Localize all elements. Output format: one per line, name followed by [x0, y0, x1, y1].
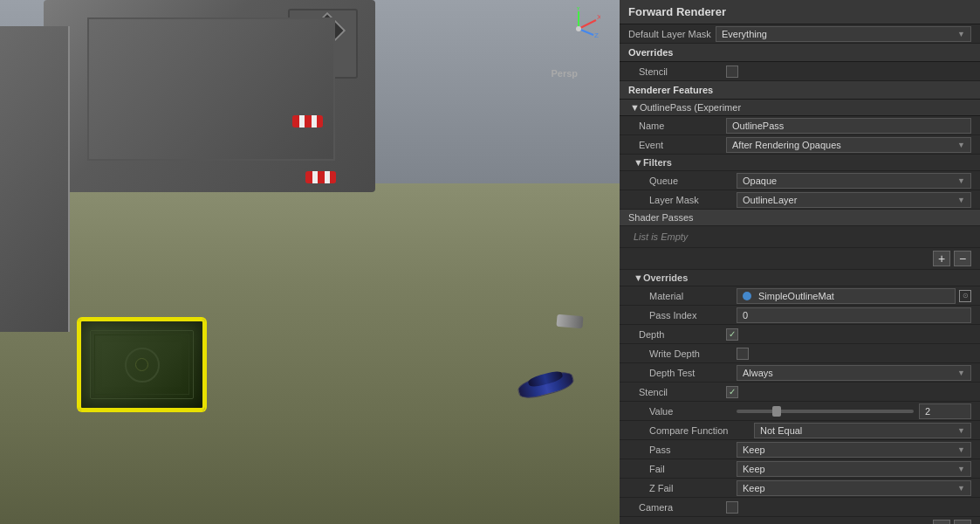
stencil-overrides-label: Stencil — [639, 387, 726, 397]
perspective-label: Persp — [551, 68, 578, 79]
filters-collapse-icon: ▼ — [634, 157, 643, 168]
remove-feature-button[interactable]: − — [954, 520, 971, 524]
value-slider-container: 2 — [737, 403, 971, 419]
layer-mask-dropdown[interactable]: OutlineLayer ▼ — [737, 192, 971, 208]
flashlight-object — [556, 314, 583, 329]
chevron-down-icon-pass: ▼ — [957, 445, 965, 454]
event-dropdown[interactable]: After Rendering Opaques ▼ — [726, 137, 971, 153]
chevron-down-icon-queue: ▼ — [957, 176, 965, 185]
external-link-icon[interactable]: ⊙ — [959, 290, 971, 302]
svg-line-0 — [579, 20, 596, 29]
renderer-features-label: Renderer Features — [620, 81, 980, 100]
chevron-down-icon-layer: ▼ — [957, 196, 965, 204]
value-row: Value 2 — [620, 402, 980, 421]
svg-point-6 — [576, 26, 581, 31]
chevron-down-icon-zfail: ▼ — [957, 484, 965, 493]
outline-pass-header[interactable]: ▼ OutlinePass (Experimer — [620, 100, 980, 116]
camera-checkbox[interactable] — [726, 501, 738, 514]
compare-function-row: Compare Function Not Equal ▼ — [620, 421, 980, 440]
depth-label: Depth — [639, 329, 726, 340]
compare-function-label: Compare Function — [649, 425, 754, 436]
svg-text:Z: Z — [594, 31, 599, 39]
stencil-overrides-row: Stencil — [620, 383, 980, 402]
write-depth-checkbox[interactable] — [737, 348, 749, 360]
material-row: Material SimpleOutlineMat ⊙ — [620, 286, 980, 306]
fail-row: Fail Keep ▼ — [620, 459, 980, 479]
left-pillar — [0, 26, 70, 332]
filters-header[interactable]: ▼ Filters — [620, 155, 980, 171]
pass-index-row: Pass Index 0 — [620, 306, 980, 325]
shader-passes-buttons: + − — [620, 248, 980, 270]
write-depth-label: Write Depth — [649, 348, 737, 359]
pass-index-value[interactable]: 0 — [737, 307, 971, 323]
queue-label: Queue — [649, 176, 737, 186]
event-label: Event — [639, 140, 726, 150]
add-feature-button[interactable]: + — [933, 520, 950, 524]
depth-test-row: Depth Test Always ▼ — [620, 363, 980, 383]
queue-dropdown[interactable]: Opaque ▼ — [737, 173, 971, 189]
chevron-down-icon: ▼ — [957, 30, 965, 38]
z-fail-row: Z Fail Keep ▼ — [620, 479, 980, 498]
depth-checkbox[interactable] — [726, 328, 738, 341]
viewport[interactable]: ⚠ Persp X — [0, 0, 620, 524]
overrides-section-label: Overrides — [620, 44, 980, 62]
chevron-down-icon-compare: ▼ — [957, 426, 965, 435]
name-value[interactable]: OutlinePass — [726, 118, 971, 134]
fail-dropdown[interactable]: Keep ▼ — [737, 461, 971, 477]
value-label: Value — [649, 406, 737, 417]
shader-passes-header: Shader Passes — [620, 210, 980, 226]
name-row: Name OutlinePass — [620, 116, 980, 135]
barrier-1 — [292, 115, 323, 128]
depth-test-dropdown[interactable]: Always ▼ — [737, 365, 971, 381]
remove-shader-pass-button[interactable]: − — [954, 251, 971, 266]
layer-mask-label: Layer Mask — [649, 195, 737, 205]
svg-text:Y: Y — [576, 7, 581, 12]
panel-header: Forward Renderer — [620, 0, 980, 24]
collapse-arrow-icon: ▼ — [630, 102, 640, 113]
default-layer-mask-dropdown[interactable]: Everything ▼ — [716, 26, 971, 42]
value-number-input[interactable]: 2 — [919, 403, 971, 419]
slider-thumb[interactable] — [772, 406, 781, 417]
pass-label: Pass — [649, 445, 737, 455]
material-label: Material — [649, 291, 737, 301]
camera-row: Camera — [620, 498, 980, 517]
inspector-panel: Forward Renderer Default Layer Mask Ever… — [620, 0, 980, 524]
gizmo[interactable]: X Y Z — [557, 7, 600, 51]
event-row: Event After Rendering Opaques ▼ — [620, 135, 980, 155]
material-dot-icon — [743, 292, 751, 300]
bottom-add-remove-row: + − — [620, 517, 980, 524]
empty-list-label: List is Empty — [620, 226, 980, 248]
svg-text:X: X — [597, 13, 600, 21]
queue-row: Queue Opaque ▼ — [620, 171, 980, 190]
camera-label: Camera — [639, 502, 726, 513]
layer-mask-row: Layer Mask OutlineLayer ▼ — [620, 190, 980, 210]
stencil-row: Stencil — [620, 62, 980, 81]
value-slider[interactable] — [737, 410, 914, 413]
stencil-overrides-checkbox[interactable] — [726, 386, 738, 398]
overrides-collapse-icon: ▼ — [634, 272, 643, 283]
z-fail-label: Z Fail — [649, 483, 737, 493]
default-layer-mask-label: Default Layer Mask — [628, 29, 716, 39]
default-layer-mask-row: Default Layer Mask Everything ▼ — [620, 24, 980, 44]
material-value-box[interactable]: SimpleOutlineMat — [737, 288, 956, 304]
z-fail-dropdown[interactable]: Keep ▼ — [737, 480, 971, 496]
name-label: Name — [639, 121, 726, 131]
pass-index-label: Pass Index — [649, 310, 737, 321]
crate-object — [79, 319, 205, 410]
panel-title: Forward Renderer — [628, 5, 971, 18]
compare-function-dropdown[interactable]: Not Equal ▼ — [754, 423, 971, 438]
stencil-label: Stencil — [639, 66, 726, 77]
chevron-down-icon-fail: ▼ — [957, 465, 965, 473]
write-depth-row: Write Depth — [620, 344, 980, 363]
chevron-down-icon-event: ▼ — [957, 141, 965, 149]
chevron-down-icon-depth: ▼ — [957, 369, 965, 377]
stencil-checkbox[interactable] — [726, 66, 738, 78]
depth-test-label: Depth Test — [649, 368, 737, 378]
fail-label: Fail — [649, 464, 737, 474]
building-structure: ⚠ — [44, 0, 375, 192]
overrides-sub-header[interactable]: ▼ Overrides — [620, 270, 980, 286]
pass-row: Pass Keep ▼ — [620, 440, 980, 459]
depth-row: Depth — [620, 325, 980, 344]
add-shader-pass-button[interactable]: + — [933, 251, 950, 266]
pass-dropdown[interactable]: Keep ▼ — [737, 442, 971, 458]
